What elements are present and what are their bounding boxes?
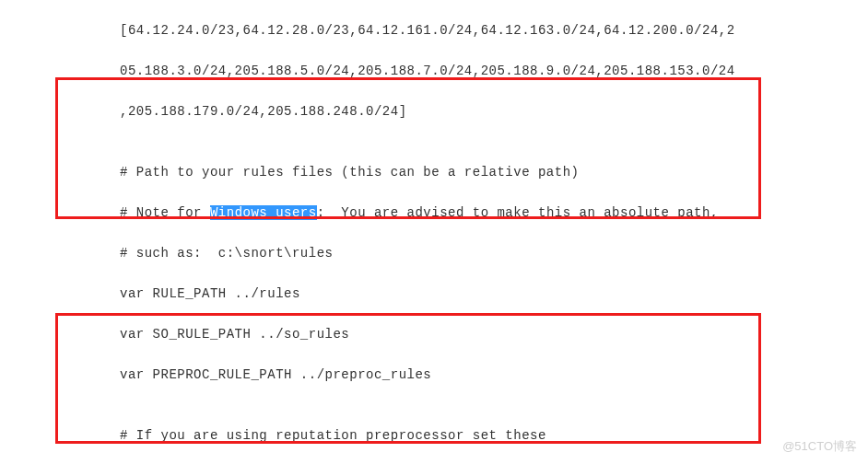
code-line: # Path to your rules files (this can be … <box>120 162 868 182</box>
code-line: var SO_RULE_PATH ../so_rules <box>120 324 868 344</box>
code-block: [64.12.24.0/23,64.12.28.0/23,64.12.161.0… <box>0 0 868 464</box>
code-line: # If you are using reputation preprocess… <box>120 425 868 446</box>
code-line: var RULE_PATH ../rules <box>120 284 868 304</box>
code-line: [64.12.24.0/23,64.12.28.0/23,64.12.161.0… <box>120 20 868 41</box>
code-line: # Note for Windows users: You are advise… <box>120 203 868 223</box>
watermark: @51CTO博客 <box>782 438 857 455</box>
text: : You are advised to make this an absolu… <box>317 205 719 220</box>
code-line: 05.188.3.0/24,205.188.5.0/24,205.188.7.0… <box>120 61 868 81</box>
code-line: var PREPROC_RULE_PATH ../preproc_rules <box>120 365 868 385</box>
text: # Note for <box>120 205 210 220</box>
code-line: # such as: c:\snort\rules <box>120 243 868 263</box>
code-line: ,205.188.179.0/24,205.188.248.0/24] <box>120 101 868 122</box>
selected-text[interactable]: Windows users <box>210 205 317 220</box>
